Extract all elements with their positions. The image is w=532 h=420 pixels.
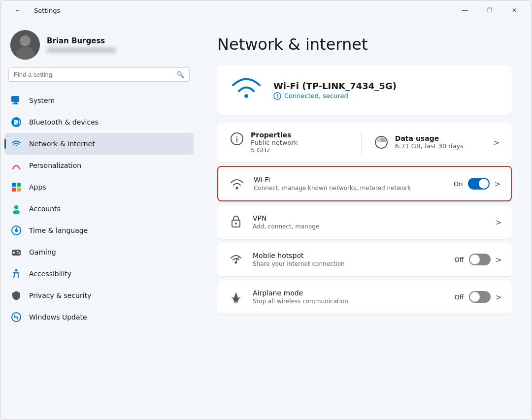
title-bar-title: Settings <box>34 7 60 14</box>
data-usage-text: Data usage 6.71 GB, last 30 days <box>395 134 494 150</box>
vpn-settings-row[interactable]: VPN Add, connect, manage > <box>217 205 512 239</box>
nav-list: System Bluetooth; Bluetooth & devices <box>0 90 198 328</box>
privacy-icon <box>10 290 22 301</box>
user-section: Brian Burgess <box>0 20 198 67</box>
hotspot-toggle-label: Off <box>454 256 464 263</box>
wifi-row-chevron: > <box>495 179 501 189</box>
sidebar-item-time-label: Time & language <box>29 226 88 234</box>
apps-icon <box>10 181 22 193</box>
vpn-row-icon <box>227 213 245 231</box>
accounts-icon <box>10 203 22 215</box>
sidebar-item-update[interactable]: Windows Update <box>4 306 194 328</box>
accessibility-icon <box>10 268 22 280</box>
sidebar-item-privacy[interactable]: Privacy & security <box>4 285 194 306</box>
svg-point-12 <box>14 205 18 209</box>
right-panel: Network & internet Wi-Fi (TP-LINK_7434_5… <box>198 20 532 420</box>
airplane-row-sub: Stop all wireless communication <box>253 298 446 305</box>
properties-sub1: Public network <box>251 139 349 146</box>
data-usage-section: Data usage 6.71 GB, last 30 days <box>373 134 494 150</box>
svg-point-34 <box>236 187 238 190</box>
avatar <box>10 30 40 60</box>
user-name: Brian Burgess <box>47 36 116 45</box>
svg-point-19 <box>17 251 19 253</box>
airplane-row-icon <box>227 288 245 306</box>
airplane-toggle-label: Off <box>454 293 464 301</box>
sidebar-item-personalization-label: Personalization <box>29 162 81 169</box>
hotspot-settings-row[interactable]: Mobile hotspot Share your internet conne… <box>217 243 512 276</box>
properties-icon <box>229 131 245 147</box>
wifi-toggle-knob <box>479 179 489 189</box>
sidebar-item-gaming[interactable]: Gaming <box>4 241 194 263</box>
properties-section: Properties Public network 5 GHz <box>229 131 349 154</box>
wifi-hero-name: Wi-Fi (TP-LINK_7434_5G) <box>273 81 500 91</box>
hotspot-toggle[interactable] <box>469 254 491 265</box>
airplane-settings-row[interactable]: Airplane mode Stop all wireless communic… <box>217 280 512 314</box>
wifi-toggle[interactable] <box>468 178 490 190</box>
sidebar-item-time[interactable]: Time & language <box>4 220 194 241</box>
vpn-row-right: > <box>496 218 502 227</box>
wifi-row-title: Wi-Fi <box>254 176 446 184</box>
title-bar-left: ← Settings <box>6 3 60 18</box>
details-divider <box>361 130 362 154</box>
sidebar-item-accounts-label: Accounts <box>29 205 61 213</box>
personalization-icon <box>10 160 22 171</box>
airplane-toggle[interactable] <box>469 291 491 303</box>
svg-rect-4 <box>14 102 17 103</box>
hotspot-row-title: Mobile hotspot <box>253 252 446 259</box>
data-usage-sub: 6.71 GB, last 30 days <box>395 142 494 150</box>
wifi-row-sub: Connect, manage known networks, metered … <box>254 185 446 192</box>
sidebar-item-bluetooth-label: Bluetooth & devices <box>29 118 99 126</box>
airplane-row-title: Airplane mode <box>253 289 446 297</box>
sidebar-item-system[interactable]: System <box>4 90 194 111</box>
svg-point-23 <box>15 269 18 272</box>
wifi-row-right: On > <box>454 178 501 190</box>
search-input[interactable] <box>14 71 172 78</box>
svg-rect-3 <box>11 96 19 102</box>
user-email-blur <box>47 47 116 53</box>
svg-rect-11 <box>17 188 21 192</box>
svg-point-13 <box>13 210 20 214</box>
airplane-row-chevron: > <box>496 292 502 302</box>
vpn-row-text: VPN Add, connect, manage <box>253 214 488 230</box>
wifi-settings-row[interactable]: Wi-Fi Connect, manage known networks, me… <box>218 167 511 200</box>
airplane-settings-card[interactable]: Airplane mode Stop all wireless communic… <box>217 280 512 314</box>
hotspot-settings-card[interactable]: Mobile hotspot Share your internet conne… <box>217 243 512 276</box>
page-title: Network & internet <box>217 35 512 54</box>
settings-window: ← Settings — ❐ ✕ <box>0 0 532 420</box>
data-usage-icon <box>373 134 389 150</box>
maximize-button[interactable]: ❐ <box>478 3 501 18</box>
sidebar-item-apps[interactable]: Apps <box>4 176 194 198</box>
wifi-status-text: Connected, secured <box>284 92 348 99</box>
minimize-button[interactable]: — <box>454 3 476 18</box>
sidebar-item-accessibility[interactable]: Accessibility <box>4 263 194 285</box>
svg-point-20 <box>19 253 20 254</box>
wifi-hero-icon <box>229 75 264 105</box>
sidebar-item-network[interactable]: Network & internet <box>4 133 194 155</box>
time-icon <box>10 225 22 236</box>
back-button[interactable]: ← <box>6 3 29 18</box>
sidebar-item-accessibility-label: Accessibility <box>29 270 71 278</box>
sidebar-item-personalization[interactable]: Personalization <box>4 155 194 176</box>
vpn-row-sub: Add, connect, manage <box>253 223 488 230</box>
hotspot-row-right: Off > <box>454 254 502 265</box>
svg-point-1 <box>20 35 31 46</box>
svg-point-29 <box>277 97 278 98</box>
vpn-row-chevron: > <box>496 218 502 227</box>
sidebar: Brian Burgess 🔍 System <box>0 20 198 420</box>
close-button[interactable]: ✕ <box>503 3 526 18</box>
airplane-row-text: Airplane mode Stop all wireless communic… <box>253 289 446 305</box>
svg-rect-10 <box>12 188 16 192</box>
sidebar-item-bluetooth[interactable]: Bluetooth; Bluetooth & devices <box>4 111 194 133</box>
sidebar-item-accounts[interactable]: Accounts <box>4 198 194 220</box>
wifi-hero-card: Wi-Fi (TP-LINK_7434_5G) Connected, secur… <box>217 65 512 115</box>
network-icon <box>10 138 22 150</box>
title-bar-controls: — ❐ ✕ <box>454 3 526 18</box>
hotspot-row-text: Mobile hotspot Share your internet conne… <box>253 252 446 267</box>
search-box[interactable]: 🔍 <box>8 67 190 82</box>
title-bar: ← Settings — ❐ ✕ <box>0 0 532 20</box>
main-content: Brian Burgess 🔍 System <box>0 20 532 420</box>
sidebar-item-privacy-label: Privacy & security <box>29 291 91 299</box>
wifi-settings-card[interactable]: Wi-Fi Connect, manage known networks, me… <box>217 166 512 201</box>
properties-label: Properties <box>251 131 349 139</box>
vpn-settings-card[interactable]: VPN Add, connect, manage > <box>217 205 512 239</box>
